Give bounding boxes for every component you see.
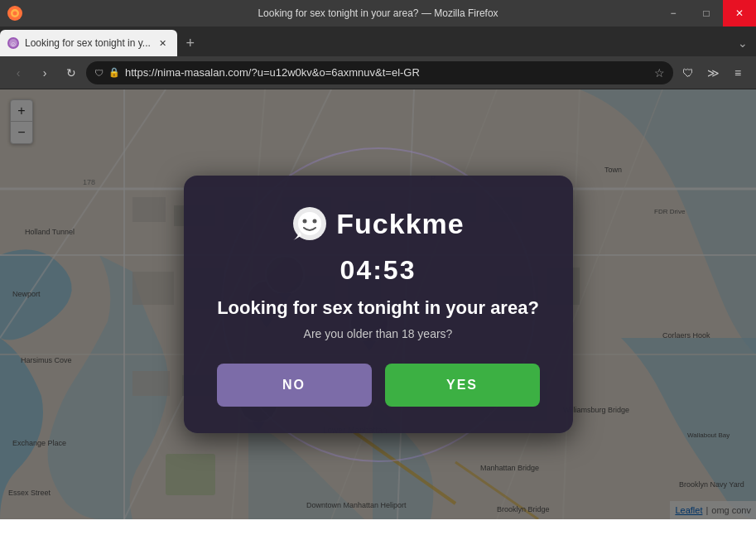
svg-point-57 (303, 219, 307, 224)
shield-icon: 🛡 (94, 68, 104, 78)
modal-buttons: NO YES (217, 364, 540, 407)
minimize-button[interactable]: − (657, 0, 690, 27)
tab-bar: ☺ Looking for sex tonight in y... ✕ + ⌄ (0, 27, 756, 56)
brand-logo (291, 205, 328, 242)
tab-title: Looking for sex tonight in y... (25, 37, 151, 49)
title-bar: Looking for sex tonight in your area? — … (0, 0, 756, 27)
age-verification-modal: Fuckkme 04:53 Looking for sex tonight in… (184, 176, 573, 433)
svg-point-56 (298, 212, 321, 235)
shield-button[interactable]: 🛡 (677, 61, 700, 84)
tab-favicon: ☺ (7, 36, 20, 50)
lock-icon: 🔒 (108, 67, 120, 78)
firefox-icon (7, 5, 23, 22)
url-bar[interactable]: 🛡 🔒 https://nima-masalan.com/?u=u12w0kv&… (86, 61, 673, 84)
toolbar-right: 🛡 ≫ ≡ (677, 61, 749, 84)
map-container: Holland Tunnel Harsimus Cove Exchange Pl… (0, 89, 756, 519)
back-button[interactable]: ‹ (7, 61, 30, 84)
extensions-button[interactable]: ≫ (701, 61, 725, 84)
window-controls: − □ ✕ (657, 0, 756, 27)
svg-text:☺: ☺ (10, 41, 17, 48)
url-text: https://nima-masalan.com/?u=u12w0kv&o=6a… (125, 66, 649, 79)
bookmark-star-icon[interactable]: ☆ (654, 66, 665, 80)
countdown-timer: 04:53 (217, 255, 540, 286)
yes-button[interactable]: YES (385, 364, 540, 407)
window-title: Looking for sex tonight in your area? — … (258, 7, 498, 19)
svg-point-58 (313, 219, 317, 224)
tab-list-button[interactable]: ⌄ (730, 30, 756, 56)
modal-headline: Looking for sex tonight in your area? (217, 297, 540, 319)
brand-header: Fuckkme (217, 205, 540, 242)
brand-name: Fuckkme (336, 208, 464, 240)
reload-button[interactable]: ↻ (60, 61, 83, 84)
modal-subtext: Are you older than 18 years? (217, 327, 540, 340)
maximize-button[interactable]: □ (690, 0, 723, 27)
forward-button[interactable]: › (33, 61, 56, 84)
close-button[interactable]: ✕ (723, 0, 756, 27)
active-tab[interactable]: ☺ Looking for sex tonight in y... ✕ (0, 30, 177, 56)
svg-point-2 (13, 12, 17, 16)
modal-overlay: Fuckkme 04:53 Looking for sex tonight in… (0, 89, 756, 519)
new-tab-button[interactable]: + (177, 30, 204, 56)
address-bar: ‹ › ↻ 🛡 🔒 https://nima-masalan.com/?u=u1… (0, 56, 756, 89)
tab-close-button[interactable]: ✕ (156, 36, 171, 51)
menu-button[interactable]: ≡ (726, 61, 749, 84)
no-button[interactable]: NO (217, 364, 372, 407)
browser-chrome: Looking for sex tonight in your area? — … (0, 0, 756, 89)
